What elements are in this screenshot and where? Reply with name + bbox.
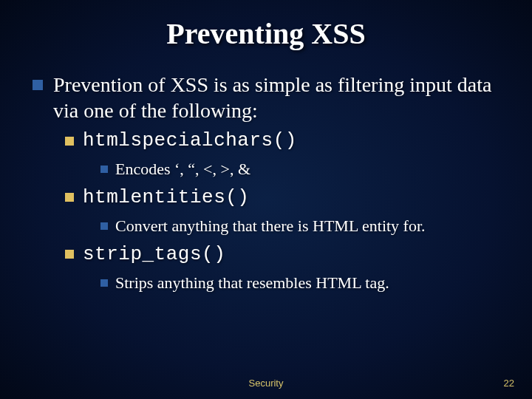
square-bullet-icon [33,80,43,90]
fn-name: strip_tags() [83,242,225,267]
slide-title: Preventing XSS [0,0,532,51]
bullet-desc-0: Encodes ‘, “, <, >, & [100,158,507,180]
fn-name: htmlentities() [83,185,249,211]
fn-desc: Strips anything that resembles HTML tag. [115,272,389,294]
slide: Preventing XSS Prevention of XSS is as s… [0,0,532,399]
footer-label: Security [0,378,532,389]
intro-text: Prevention of XSS is as simple as filter… [53,72,507,123]
square-bullet-icon [100,279,108,287]
bullet-desc-2: Strips anything that resembles HTML tag. [100,272,507,294]
bullet-desc-1: Convert anything that there is HTML enti… [100,215,507,237]
bullet-fn-1: htmlentities() [65,185,507,211]
square-bullet-icon [100,222,108,230]
slide-body: Prevention of XSS is as simple as filter… [0,72,532,293]
square-bullet-icon [65,137,74,146]
fn-desc: Convert anything that there is HTML enti… [115,215,426,237]
page-number: 22 [504,378,514,389]
square-bullet-icon [100,166,108,173]
square-bullet-icon [65,193,74,202]
bullet-fn-2: strip_tags() [65,242,507,267]
bullet-intro: Prevention of XSS is as simple as filter… [33,72,507,123]
bullet-fn-0: htmlspecialchars() [65,128,507,154]
fn-desc: Encodes ‘, “, <, >, & [115,158,250,180]
square-bullet-icon [65,250,74,259]
fn-name: htmlspecialchars() [83,128,297,154]
